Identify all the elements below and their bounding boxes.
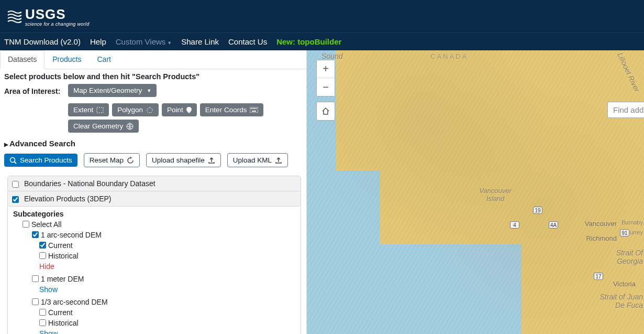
extent-button[interactable]: Extent xyxy=(68,103,109,116)
svg-rect-3 xyxy=(251,108,252,109)
third-arc-current-checkbox[interactable] xyxy=(39,309,46,316)
svg-rect-4 xyxy=(252,108,253,109)
left-panel: Datasets Products Cart Select products b… xyxy=(0,50,307,334)
search-icon xyxy=(9,157,17,164)
advanced-search-toggle[interactable]: Advanced Search xyxy=(0,136,306,151)
dataset-elevation-header[interactable]: Elevation Products (3DEP) xyxy=(8,191,301,207)
tab-datasets[interactable]: Datasets xyxy=(0,50,45,69)
boundaries-label: Boundaries - National Boundary Dataset xyxy=(24,179,156,188)
usgs-logo[interactable]: USGS science for a changing world xyxy=(7,6,89,27)
svg-rect-7 xyxy=(252,111,256,112)
point-icon xyxy=(186,107,192,113)
app-brand: TNM Download (v2.0) xyxy=(4,37,81,46)
nav-help[interactable]: Help xyxy=(90,37,106,46)
select-all-checkbox[interactable] xyxy=(23,221,29,228)
dataset-list[interactable]: Boundaries - National Boundary Dataset E… xyxy=(0,173,306,334)
extent-icon xyxy=(96,107,104,113)
map-extent-button[interactable]: Map Extent/Geometry▼ xyxy=(68,84,157,97)
nav-share-link[interactable]: Share Link xyxy=(181,37,219,46)
zoom-in-button[interactable]: + xyxy=(317,60,335,78)
dataset-boundaries-header[interactable]: Boundaries - National Boundary Dataset xyxy=(8,176,301,191)
svg-marker-11 xyxy=(130,157,132,159)
polygon-icon xyxy=(146,107,153,113)
nav-contact-us[interactable]: Contact Us xyxy=(228,37,267,46)
svg-rect-6 xyxy=(256,108,257,109)
svg-rect-0 xyxy=(97,107,103,113)
svg-marker-1 xyxy=(147,107,153,113)
aoi-label: Area of Interest: xyxy=(4,84,63,95)
boundaries-checkbox[interactable] xyxy=(12,181,19,188)
one-arc-checkbox[interactable] xyxy=(32,231,39,238)
home-icon xyxy=(321,106,330,116)
one-meter-show-link[interactable]: Show xyxy=(39,285,58,294)
usgs-logo-sub: science for a changing world xyxy=(25,21,89,27)
one-arc-current-checkbox[interactable] xyxy=(39,242,46,249)
elevation-checkbox[interactable] xyxy=(12,196,19,203)
third-arc-checkbox[interactable] xyxy=(32,298,39,305)
map-search-input[interactable]: Find address or place xyxy=(607,102,644,118)
one-arc-hide-link[interactable]: Hide xyxy=(39,262,54,271)
svg-rect-5 xyxy=(254,108,255,109)
usgs-logo-text: USGS xyxy=(25,6,89,23)
instruction-text: Select products below and then hit "Sear… xyxy=(0,69,306,84)
svg-line-10 xyxy=(15,161,17,164)
terrain-texture xyxy=(307,50,644,334)
third-arc-show-link[interactable]: Show xyxy=(39,329,58,334)
search-products-button[interactable]: Search Products xyxy=(4,154,77,167)
zoom-control: + − xyxy=(316,60,335,96)
nav-custom-views[interactable]: Custom Views▼ xyxy=(116,37,172,46)
globe-icon xyxy=(126,123,134,130)
svg-rect-2 xyxy=(250,107,258,113)
keyboard-icon xyxy=(250,107,258,113)
map[interactable]: Sound CANADA Lillooet River Vancouver Is… xyxy=(307,50,644,334)
elevation-label: Elevation Products (3DEP) xyxy=(24,195,112,203)
polygon-button[interactable]: Polygon xyxy=(112,103,159,116)
subcategories-title: Subcategories xyxy=(13,210,295,218)
zoom-out-button[interactable]: − xyxy=(317,78,335,96)
reset-icon xyxy=(127,157,134,164)
panel-tabs: Datasets Products Cart xyxy=(0,50,306,69)
svg-point-9 xyxy=(10,157,15,162)
usgs-header: USGS science for a changing world xyxy=(0,0,644,33)
upload-icon xyxy=(208,157,215,164)
reset-map-button[interactable]: Reset Map xyxy=(84,153,140,167)
chevron-down-icon: ▼ xyxy=(167,40,172,46)
third-arc-historical-checkbox[interactable] xyxy=(39,319,46,326)
one-arc-historical-checkbox[interactable] xyxy=(39,252,46,259)
main-nav: TNM Download (v2.0) Help Custom Views▼ S… xyxy=(0,33,644,50)
tab-products[interactable]: Products xyxy=(45,50,89,69)
upload-icon xyxy=(275,157,282,164)
clear-geometry-button[interactable]: Clear Geometry xyxy=(68,120,139,133)
home-button[interactable] xyxy=(316,102,335,121)
one-meter-checkbox[interactable] xyxy=(32,275,39,282)
nav-new-topobuilder[interactable]: New: topoBuilder xyxy=(276,37,341,46)
point-button[interactable]: Point xyxy=(162,103,197,116)
chevron-down-icon: ▼ xyxy=(147,88,151,93)
upload-shapefile-button[interactable]: Upload shapefile xyxy=(146,153,221,167)
usgs-flag-icon xyxy=(7,9,22,24)
tab-cart[interactable]: Cart xyxy=(90,50,119,69)
enter-coords-button[interactable]: Enter Coords xyxy=(200,103,264,116)
upload-kml-button[interactable]: Upload KML xyxy=(227,153,288,167)
